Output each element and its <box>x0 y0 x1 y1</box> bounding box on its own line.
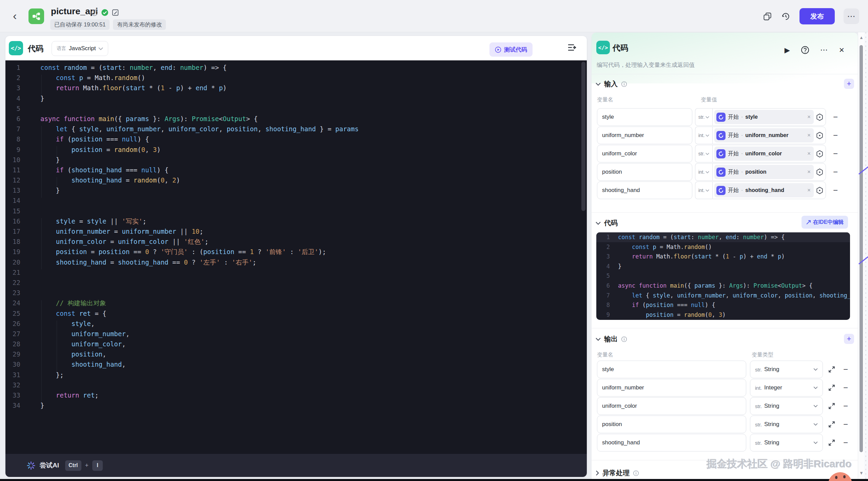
output-row: str.String − <box>592 416 858 433</box>
settings-icon[interactable] <box>816 168 824 176</box>
expand-row-icon[interactable] <box>828 421 835 428</box>
output-var-type-select[interactable]: str.String <box>750 397 823 415</box>
test-code-button[interactable]: 测试代码 <box>489 42 533 57</box>
close-panel-icon[interactable]: × <box>839 45 844 55</box>
edit-in-ide-button[interactable]: 在IDE中编辑 <box>802 216 848 229</box>
exception-section-header[interactable]: 异常处理 <box>596 468 639 478</box>
panel-more-icon[interactable]: ⋯ <box>820 45 828 55</box>
remove-output-icon[interactable]: − <box>843 420 848 428</box>
input-var-value-field[interactable]: 开始 · uniform_number × <box>712 127 826 144</box>
duplicate-icon[interactable] <box>763 12 772 21</box>
input-col-name: 变量名 <box>597 96 613 103</box>
remove-input-icon[interactable]: − <box>833 168 838 176</box>
remove-input-icon[interactable]: − <box>833 113 838 121</box>
input-var-value-field[interactable]: 开始 · uniform_color × <box>712 145 826 162</box>
clear-value-icon[interactable]: × <box>807 150 811 157</box>
code-line: 7 let { style, uniform_number, uniform_c… <box>5 124 587 134</box>
settings-icon[interactable] <box>816 113 824 121</box>
input-var-value-field[interactable]: 开始 · position × <box>712 163 826 181</box>
top-bar: ‹ picture_api 已自动保存 <box>0 0 868 32</box>
code-line: 13 } <box>5 185 587 195</box>
code-preview[interactable]: 1const random = (start: number, end: num… <box>596 232 850 320</box>
remove-input-icon[interactable]: − <box>833 150 838 158</box>
remove-output-icon[interactable]: − <box>843 402 848 410</box>
expand-arrow-icon <box>806 220 811 225</box>
scroll-up-icon[interactable]: ▲ <box>859 35 864 40</box>
output-var-name-field[interactable] <box>597 434 746 451</box>
input-var-type-select[interactable]: str. <box>695 108 712 126</box>
output-var-name-field[interactable] <box>597 397 746 415</box>
chevron-down-icon <box>813 405 818 407</box>
input-var-name-field[interactable] <box>597 127 692 144</box>
expand-row-icon[interactable] <box>828 403 835 409</box>
clear-value-icon[interactable]: × <box>807 169 811 175</box>
input-var-type-select[interactable]: int. <box>695 181 712 199</box>
input-var-name-field[interactable] <box>597 108 692 126</box>
edit-icon[interactable] <box>112 9 119 16</box>
divider <box>592 74 858 74</box>
add-output-button[interactable]: + <box>844 334 854 344</box>
code-line: 3 return Math.floor(start * (1 - p) + en… <box>5 83 587 93</box>
chevron-down-icon <box>98 47 103 50</box>
input-var-type-select[interactable]: str. <box>695 145 712 162</box>
output-section-header[interactable]: 输出 <box>596 334 627 344</box>
editor-scrollbar-thumb[interactable] <box>581 62 585 211</box>
i-key-badge: I <box>92 460 103 471</box>
settings-icon[interactable] <box>816 150 824 158</box>
collapse-panel-icon[interactable] <box>567 43 577 52</box>
scrollbar-thumb[interactable] <box>860 45 863 452</box>
chevron-down-icon <box>813 386 818 389</box>
input-var-type-select[interactable]: int. <box>695 127 712 144</box>
publish-button[interactable]: 发布 <box>799 8 835 24</box>
code-section-header[interactable]: 代码 <box>596 218 618 228</box>
back-button[interactable]: ‹ <box>13 9 17 22</box>
canvas-sliver <box>864 32 868 481</box>
input-var-name-field[interactable] <box>597 181 692 199</box>
panel-scrollbar[interactable]: ▲ ▼ <box>858 32 864 481</box>
output-var-name-field[interactable] <box>597 361 746 378</box>
ai-assist-bar[interactable]: 尝试AI Ctrl + I <box>5 454 587 477</box>
remove-output-icon[interactable]: − <box>843 384 848 392</box>
expand-row-icon[interactable] <box>828 384 835 391</box>
input-var-value-field[interactable]: 开始 · style × <box>712 108 826 126</box>
info-icon[interactable] <box>91 9 98 16</box>
run-node-icon[interactable]: ▶ <box>785 46 790 54</box>
output-var-type-select[interactable]: str.String <box>750 361 823 378</box>
remove-output-icon[interactable]: − <box>843 439 848 447</box>
help-icon[interactable] <box>801 46 809 54</box>
add-input-button[interactable]: + <box>844 79 854 89</box>
remove-input-icon[interactable]: − <box>833 186 838 194</box>
scroll-down-icon[interactable]: ▼ <box>859 470 864 476</box>
variable-ref-pill: 开始 · style × <box>714 110 814 124</box>
more-button[interactable]: ⋯ <box>844 8 859 24</box>
output-var-type-select[interactable]: str.String <box>750 434 823 451</box>
language-select[interactable]: 语言 JavaScript <box>52 41 108 56</box>
autosave-badge: 已自动保存 19:00:51 <box>50 19 110 30</box>
code-editor[interactable]: 1const random = (start: number, end: num… <box>5 60 587 454</box>
input-var-name-field[interactable] <box>597 163 692 181</box>
clear-value-icon[interactable]: × <box>807 114 811 120</box>
settings-icon[interactable] <box>816 132 824 139</box>
input-var-value-field[interactable]: 开始 · shooting_hand × <box>712 181 826 199</box>
input-var-name-field[interactable] <box>597 145 692 162</box>
code-line: 19 position = position == 0 ? '守门员' : (p… <box>5 247 587 257</box>
settings-icon[interactable] <box>816 187 824 194</box>
expand-row-icon[interactable] <box>828 439 835 446</box>
history-icon[interactable] <box>781 12 791 21</box>
expand-row-icon[interactable] <box>828 366 835 373</box>
input-section-header[interactable]: 输入 <box>596 79 627 89</box>
clear-value-icon[interactable]: × <box>807 132 811 139</box>
output-var-name-field[interactable] <box>597 379 746 397</box>
input-var-type-select[interactable]: int. <box>695 163 712 181</box>
code-line: 23 <box>5 288 587 298</box>
language-label: 语言 <box>57 45 66 52</box>
remove-input-icon[interactable]: − <box>833 131 838 139</box>
clear-value-icon[interactable]: × <box>807 187 811 194</box>
divider <box>592 212 858 213</box>
remove-output-icon[interactable]: − <box>843 365 848 373</box>
code-line: 3 return Math.floor(start * (1 - p) + en… <box>596 252 850 262</box>
output-var-type-select[interactable]: str.String <box>750 416 823 433</box>
code-line: 26 style, <box>5 319 587 329</box>
output-var-name-field[interactable] <box>597 416 746 433</box>
output-var-type-select[interactable]: int.Integer <box>750 379 823 397</box>
